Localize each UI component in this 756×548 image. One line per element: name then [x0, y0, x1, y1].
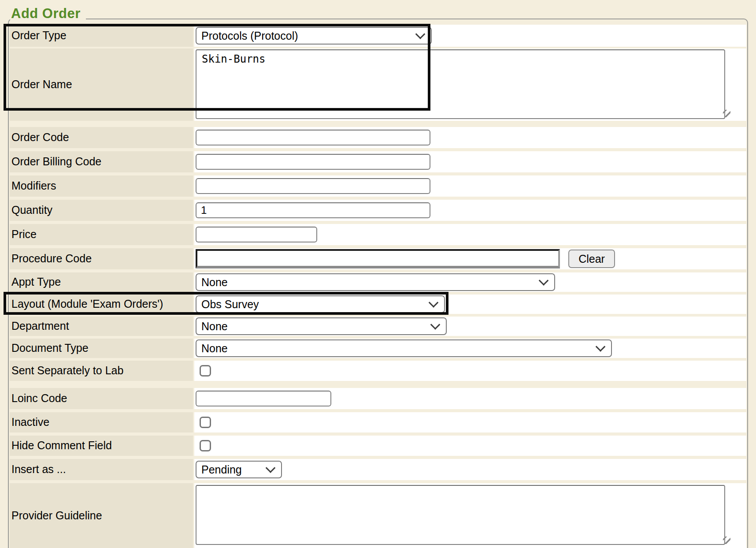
order-code-input[interactable] [196, 130, 430, 145]
chevron-down-icon [539, 276, 549, 286]
order-name-cell: Skin-Burns [194, 48, 746, 121]
row-order-code: Order Code [10, 127, 746, 148]
price-input[interactable] [196, 227, 317, 242]
clear-button[interactable]: Clear [568, 250, 615, 268]
quantity-label: Quantity [10, 200, 193, 221]
insert-as-select[interactable]: Pending [196, 461, 282, 478]
row-quantity: Quantity [10, 200, 746, 221]
row-inactive: Inactive [10, 412, 746, 432]
modifiers-input[interactable] [196, 178, 430, 194]
row-document-type: Document Type None [10, 339, 746, 358]
provider-guideline-label: Provider Guideline [10, 483, 193, 548]
row-order-type: Order Type Protocols (Protocol) [10, 25, 746, 47]
inactive-cell [194, 412, 746, 432]
row-sent-separately: Sent Separately to Lab [10, 361, 746, 381]
hide-comment-cell [194, 436, 746, 456]
appt-type-cell: None [194, 272, 746, 292]
row-procedure-code: Procedure Code Clear [10, 248, 746, 269]
row-modifiers: Modifiers [10, 175, 746, 197]
document-type-select-value: None [201, 342, 228, 355]
layout-cell: Obs Survey [194, 295, 746, 314]
order-code-label: Order Code [10, 127, 193, 148]
row-department: Department None [10, 317, 746, 336]
order-name-textarea[interactable]: Skin-Burns [196, 49, 725, 119]
row-order-name: Order Name Skin-Burns [10, 48, 746, 121]
loinc-code-label: Loinc Code [10, 388, 193, 409]
layout-label: Layout (Module 'Exam Orders') [10, 295, 193, 314]
chevron-down-icon [430, 320, 441, 330]
quantity-cell [194, 200, 746, 221]
modifiers-cell [194, 175, 746, 197]
row-layout: Layout (Module 'Exam Orders') Obs Survey [10, 295, 746, 314]
procedure-code-cell: Clear [194, 248, 746, 269]
order-billing-code-cell [194, 151, 746, 172]
row-provider-guideline: Provider Guideline [10, 483, 746, 548]
inactive-label: Inactive [10, 412, 193, 432]
insert-as-label: Insert as ... [10, 459, 193, 480]
appt-type-label: Appt Type [10, 272, 193, 292]
chevron-down-icon [596, 342, 606, 352]
order-name-label: Order Name [10, 48, 193, 121]
resize-grip-icon[interactable] [723, 110, 730, 117]
order-code-cell [194, 127, 746, 148]
add-order-page: Add Order Order Type Protocols (Protocol… [0, 0, 756, 548]
row-hide-comment: Hide Comment Field [10, 436, 746, 456]
appt-type-select-value: None [201, 276, 228, 289]
layout-select-value: Obs Survey [201, 298, 259, 311]
order-type-select[interactable]: Protocols (Protocol) [196, 27, 432, 45]
department-label: Department [10, 317, 193, 336]
price-cell [194, 224, 746, 245]
document-type-label: Document Type [10, 339, 193, 358]
row-loinc-code: Loinc Code [10, 388, 746, 409]
add-order-form: Order Type Protocols (Protocol) Order Na… [10, 25, 746, 548]
inactive-checkbox[interactable] [200, 417, 211, 428]
procedure-code-input[interactable] [196, 249, 560, 268]
procedure-code-label: Procedure Code [10, 248, 193, 269]
provider-guideline-textarea[interactable] [196, 485, 725, 545]
chevron-down-icon [429, 298, 439, 308]
hide-comment-label: Hide Comment Field [10, 436, 193, 456]
layout-select[interactable]: Obs Survey [196, 295, 445, 313]
resize-grip-icon[interactable] [723, 537, 730, 544]
department-select-value: None [201, 320, 228, 333]
department-select[interactable]: None [196, 317, 447, 335]
loinc-code-cell [194, 388, 746, 409]
sent-separately-label: Sent Separately to Lab [10, 361, 193, 381]
insert-as-select-value: Pending [201, 463, 242, 476]
loinc-code-input[interactable] [196, 391, 331, 406]
document-type-select[interactable]: None [196, 339, 612, 357]
order-type-label: Order Type [10, 25, 193, 47]
document-type-cell: None [194, 339, 746, 358]
price-label: Price [10, 224, 193, 245]
quantity-input[interactable] [196, 202, 430, 218]
modifiers-label: Modifiers [10, 175, 193, 197]
appt-type-select[interactable]: None [196, 273, 555, 291]
row-appt-type: Appt Type None [10, 272, 746, 292]
sent-separately-cell [194, 361, 746, 381]
department-cell: None [194, 317, 746, 336]
row-order-billing-code: Order Billing Code [10, 151, 746, 172]
order-type-select-value: Protocols (Protocol) [201, 30, 298, 42]
chevron-down-icon [266, 463, 276, 473]
chevron-down-icon [415, 29, 426, 39]
order-billing-code-label: Order Billing Code [10, 151, 193, 172]
insert-as-cell: Pending [194, 459, 746, 480]
order-billing-code-input[interactable] [196, 154, 430, 170]
provider-guideline-cell [194, 483, 746, 548]
row-insert-as: Insert as ... Pending [10, 459, 746, 480]
sent-separately-checkbox[interactable] [200, 365, 211, 377]
row-price: Price [10, 224, 746, 245]
order-type-cell: Protocols (Protocol) [194, 25, 746, 47]
hide-comment-checkbox[interactable] [200, 440, 211, 451]
page-title: Add Order [10, 6, 86, 22]
